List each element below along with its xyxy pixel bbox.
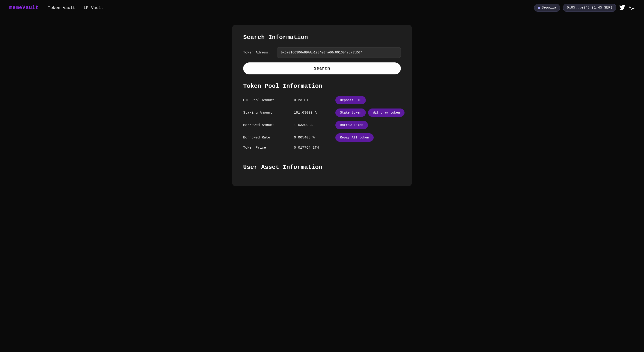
borrow-token-button[interactable]: Borrow token (335, 121, 368, 129)
search-button[interactable]: Search (243, 62, 401, 74)
staking-actions: Stake token Withdraw token (335, 108, 404, 117)
eth-pool-value: 0.23 ETH (294, 98, 331, 102)
staking-label: Staking Amount (243, 111, 289, 115)
borrowed-rate-row: Borrowed Rate 0.005408 % Repay All token (243, 133, 401, 142)
borrowed-amount-value: 1.03309 A (294, 123, 331, 127)
token-address-label: Token Adress: (243, 51, 273, 55)
staking-row: Staking Amount 191.03009 A Stake token W… (243, 108, 401, 117)
user-asset-section: User Asset Information (243, 158, 401, 171)
borrowed-amount-actions: Borrow token (335, 121, 368, 129)
navbar: memeVault Token Vault LP Vault Sepolia 0… (0, 0, 644, 15)
token-price-label: Token Price (243, 146, 289, 150)
borrowed-amount-label: Borrowed Amount (243, 123, 289, 127)
nav-links: Token Vault LP Vault (48, 5, 534, 10)
nav-token-vault[interactable]: Token Vault (48, 5, 75, 10)
withdraw-token-button[interactable]: Withdraw token (368, 108, 404, 117)
user-asset-title: User Asset Information (243, 164, 401, 171)
social-icons (619, 4, 635, 11)
token-price-row: Token Price 0.017764 ETH (243, 146, 401, 150)
borrowed-rate-actions: Repay All token (335, 133, 374, 142)
main-content: Search Information Token Adress: Search … (0, 15, 644, 196)
deposit-eth-button[interactable]: Deposit ETH (335, 96, 366, 104)
repay-all-token-button[interactable]: Repay All token (335, 133, 374, 142)
wallet-badge[interactable]: 0x65...e248 (1.45 SEP) (563, 4, 616, 12)
nav-lp-vault[interactable]: LP Vault (84, 5, 104, 10)
twitter-icon[interactable] (619, 4, 626, 11)
network-badge[interactable]: Sepolia (534, 4, 560, 12)
network-label: Sepolia (542, 6, 556, 10)
token-price-value: 0.017764 ETH (294, 146, 331, 150)
main-card: Search Information Token Adress: Search … (232, 25, 412, 186)
search-title: Search Information (243, 34, 401, 41)
token-address-input[interactable] (277, 47, 401, 58)
borrowed-amount-row: Borrowed Amount 1.03309 A Borrow token (243, 121, 401, 129)
borrowed-rate-value: 0.005408 % (294, 136, 331, 140)
eth-pool-row: ETH Pool Amount 0.23 ETH Deposit ETH (243, 96, 401, 104)
stake-token-button[interactable]: Stake token (335, 108, 366, 117)
staking-value: 191.03009 A (294, 111, 331, 115)
eth-pool-label: ETH Pool Amount (243, 98, 289, 102)
nav-right: Sepolia 0x65...e248 (1.45 SEP) (534, 4, 635, 12)
search-section: Search Information Token Adress: Search (243, 34, 401, 74)
pool-title: Token Pool Information (243, 83, 401, 90)
token-address-row: Token Adress: (243, 47, 401, 58)
gitbook-icon[interactable] (628, 4, 635, 11)
pool-section: Token Pool Information ETH Pool Amount 0… (243, 83, 401, 150)
network-dot-icon (538, 7, 540, 9)
borrowed-rate-label: Borrowed Rate (243, 136, 289, 140)
app-logo[interactable]: memeVault (9, 5, 39, 10)
eth-pool-actions: Deposit ETH (335, 96, 366, 104)
